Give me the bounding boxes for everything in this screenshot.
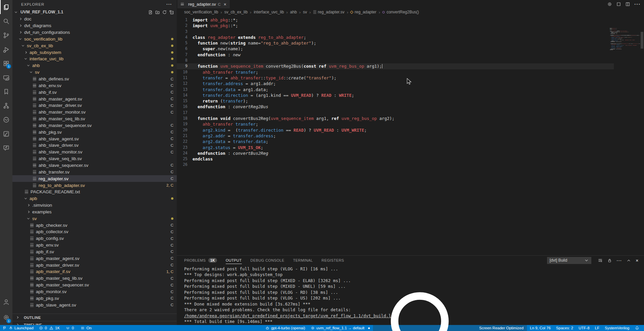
panel-tab-registers[interactable]: REGISTERS	[322, 256, 344, 265]
status-ports[interactable]	[66, 326, 70, 330]
tree-file-ahb_master_monitor.sv[interactable]: ahb_master_monitor.svC	[12, 109, 177, 116]
tree-file-apb_config.sv[interactable]: apb_config.svC	[12, 235, 177, 242]
activity-bookmarks[interactable]	[0, 84, 12, 98]
tree-folder-apb_subsystem[interactable]: apb_subsystem	[12, 49, 177, 56]
status-ai-model-label[interactable]: gpt-4-turbo (openai)	[271, 326, 305, 330]
status-screen-reader-mode[interactable]: Screen Reader Optimized	[373, 325, 527, 331]
status-cursor-position[interactable]: Ln 9, Col 76	[530, 326, 551, 330]
tree-file-apb_master_driver.sv[interactable]: apb_master_driver.svC	[12, 262, 177, 268]
breadcrumb-item[interactable]: sv_cb_ex_lib	[224, 10, 248, 14]
tree-folder-.simvision[interactable]: .simvision	[12, 202, 177, 209]
activity-settings[interactable]: 1	[0, 310, 12, 325]
breadcrumb-item[interactable]: soc_verification_lib	[184, 10, 218, 14]
panel-tab-debug-console[interactable]: DEBUG CONSOLE	[251, 256, 284, 265]
tree-file-apb_checker.sv[interactable]: apb_checker.svC	[12, 222, 177, 228]
tree-folder-sv_cb_ex_lib[interactable]: sv_cb_ex_lib	[12, 42, 177, 49]
status-eol[interactable]: LF	[595, 326, 599, 330]
tree-file-apb_master_agent.sv[interactable]: apb_master_agent.svC	[12, 255, 177, 262]
activity-explorer[interactable]	[0, 0, 12, 14]
tree-file-ahb_slave_seq_lib.sv[interactable]: ahb_slave_seq_lib.sv	[12, 155, 177, 162]
editor-more-actions-icon[interactable]: ···	[634, 1, 641, 7]
status-launchpad-rocket[interactable]	[9, 326, 13, 330]
tree-folder-interface_uvc_lib[interactable]: interface_uvc_lib	[12, 56, 177, 62]
outline-section[interactable]: OUTLINE	[12, 314, 177, 321]
open-changes-icon[interactable]	[616, 2, 621, 7]
tree-file-ahb_master_driver.sv[interactable]: ahb_master_driver.svC	[12, 102, 177, 109]
refresh-explorer-icon[interactable]	[162, 10, 167, 15]
split-editor-icon[interactable]	[625, 2, 630, 7]
close-panel-icon[interactable]: ×	[636, 258, 639, 263]
panel-tab-terminal[interactable]: TERMINAL	[293, 256, 313, 265]
activity-comment-edit-view[interactable]	[0, 141, 12, 155]
minimap[interactable]: 1import ahb_pkg::*;2import uvm_pkg::*;34…	[610, 28, 640, 71]
activity-source-control[interactable]	[0, 28, 12, 42]
breadcrumb-item[interactable]: interface_uvc_lib	[254, 10, 284, 14]
status-launchpad[interactable]: Launchpad	[14, 326, 34, 330]
tree-file-ahb_defines.sv[interactable]: ahb_defines.svC	[12, 76, 177, 82]
panel-tab-problems[interactable]: PROBLEMS1K	[184, 256, 217, 265]
status-language-mode[interactable]: SystemVerilog	[605, 326, 630, 330]
tree-file-apb_env.sv[interactable]: apb_env.svC	[12, 242, 177, 249]
tree-folder-sv[interactable]: sv	[12, 69, 177, 76]
panel-tab-output[interactable]: OUTPUT	[226, 256, 242, 265]
tree-file-ahb_slave_monitor.sv[interactable]: ahb_slave_monitor.svC	[12, 149, 177, 155]
activity-search[interactable]	[0, 14, 12, 28]
status-warnings-count[interactable]: 1K	[55, 326, 60, 330]
explorer-root-folder[interactable]: UVM_REF_FLOW_1.1	[12, 8, 177, 16]
status-encoding[interactable]: UTF-8	[579, 326, 590, 330]
status-build-toggle[interactable]	[80, 326, 85, 330]
breadcrumb-item[interactable]: ahb	[290, 10, 297, 14]
status-errors-count[interactable]: 0	[45, 326, 47, 330]
new-folder-icon[interactable]	[155, 10, 160, 15]
maximize-panel-icon[interactable]	[626, 258, 631, 263]
tree-file-ahb_if.sv[interactable]: ahb_if.svC	[12, 89, 177, 95]
code-editor[interactable]: 1import ahb_pkg::*;2import uvm_pkg::*;34…	[177, 16, 644, 255]
explorer-more-actions-icon[interactable]: ···	[166, 2, 172, 7]
tree-file-ahb_env.sv[interactable]: ahb_env.svC	[12, 82, 177, 89]
activity-waveform-view[interactable]	[0, 113, 12, 127]
status-ai-model[interactable]	[265, 326, 270, 330]
tree-file-ahb_master_seq_lib.sv[interactable]: ahb_master_seq_lib.sv	[12, 116, 177, 122]
activity-extensions[interactable]: 1	[0, 56, 12, 70]
tree-file-ahb_transfer.sv[interactable]: ahb_transfer.svC	[12, 169, 177, 175]
tree-folder-sv[interactable]: sv	[12, 215, 177, 222]
status-errors[interactable]	[39, 326, 43, 330]
activity-edit-view[interactable]	[0, 127, 12, 141]
status-build-toggle-state[interactable]: On	[87, 326, 92, 330]
breadcrumb-item[interactable]: convertReg2Bus()	[382, 10, 419, 14]
tree-file-ahb_master_agent.sv[interactable]: ahb_master_agent.svC	[12, 95, 177, 102]
collapse-folders-icon[interactable]	[169, 10, 174, 15]
status-build-status-dot[interactable]: ●	[368, 326, 370, 330]
tab-reg-adapter[interactable]: reg_adapter.sv C ×	[177, 0, 230, 8]
timeline-section[interactable]: TIMELINE	[12, 321, 177, 325]
tree-file-apb_if.sv[interactable]: apb_if.svC	[12, 249, 177, 255]
tree-file-apb_master_sequencer.sv[interactable]: apb_master_sequencer.svC	[12, 282, 177, 288]
output-channel-select[interactable]: [dvt] Build	[547, 257, 591, 264]
tree-file-reg_to_ahb_adapter.sv[interactable]: reg_to_ahb_adapter.sv2, C	[12, 182, 177, 189]
status-build-config-label[interactable]: uvm_ref_flow_1.1 → default	[316, 326, 364, 330]
tree-file-ahb_master_sequencer.sv[interactable]: ahb_master_sequencer.svC	[12, 122, 177, 129]
tree-file-ahb_pkg.sv[interactable]: ahb_pkg.svC	[12, 129, 177, 135]
activity-verification-hierarchy[interactable]	[0, 98, 12, 113]
status-ports-count[interactable]: 0	[72, 326, 74, 330]
tree-file-apb_pkg.sv[interactable]: apb_pkg.svC	[12, 295, 177, 302]
status-notifications[interactable]	[635, 326, 639, 330]
clear-output-icon[interactable]	[598, 258, 603, 263]
activity-run-and-debug[interactable]	[0, 42, 12, 56]
activity-remote-explorer[interactable]	[0, 70, 12, 84]
breadcrumb-item[interactable]: reg_adapter	[351, 10, 376, 14]
tree-file-reg_adapter.sv[interactable]: reg_adapter.svC	[12, 175, 177, 182]
tree-file-ahb_slave_sequencer.sv[interactable]: ahb_slave_sequencer.svC	[12, 162, 177, 169]
breadcrumb-item[interactable]: sv	[303, 10, 307, 14]
tree-file-PACKAGE_README.txt[interactable]: PACKAGE_README.txt	[12, 189, 177, 195]
new-file-icon[interactable]	[148, 10, 153, 15]
tree-file-apb_collector.sv[interactable]: apb_collector.svC	[12, 228, 177, 235]
status-build-config[interactable]	[311, 326, 315, 330]
status-launchpad-flag[interactable]	[3, 326, 7, 330]
tree-file-apb_slave_agent.sv[interactable]: apb_slave_agent.svC	[12, 302, 177, 308]
tree-folder-apb[interactable]: apb	[12, 195, 177, 202]
activity-accounts[interactable]	[0, 294, 12, 310]
editor-scrollbar[interactable]	[641, 32, 643, 49]
breadcrumb-item[interactable]: reg_adapter.sv	[313, 10, 344, 14]
lock-scrolling-icon[interactable]	[607, 258, 612, 263]
